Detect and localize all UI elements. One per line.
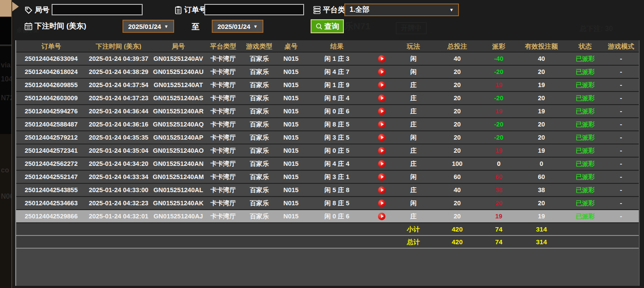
column-header: 下注时间 (美东) [86,43,151,49]
replay-icon[interactable] [378,121,385,128]
cell-order-id: 250124042552147 [16,174,86,180]
subtotal-row-cell: 314 [516,226,567,232]
column-header: 桌号 [278,43,304,49]
cell-bet-time: 2025-01-24 04:36:44 [86,108,151,115]
subtotal-row-cell: 74 [481,226,516,232]
cell-table-no: N015 [278,69,304,75]
side-tab[interactable] [0,0,12,17]
platform-type-select[interactable]: 1.全部 ▼ [344,4,459,16]
cell-result: 闲 4 庄 7 [304,69,370,75]
cell-order-id: 250124042609855 [16,82,86,88]
table-header-row: 订单号下注时间 (美东)局号平台类型游戏类型桌号结果玩法总投注派彩有效投注额状态… [16,40,639,53]
replay-icon[interactable] [378,55,385,63]
table-row[interactable]: 2501240426180242025-01-24 04:38:29GN0152… [16,66,639,79]
cell-round-id: GN015251240AJ [151,213,206,220]
cell-total-bet: 20 [433,148,481,154]
table-row[interactable]: 2501240425622722025-01-24 04:34:20GN0152… [16,158,639,171]
table-row[interactable]: 2501240425438552025-01-24 04:33:00GN0152… [16,184,639,197]
replay-icon[interactable] [378,213,385,220]
table-row[interactable]: 2501240425884872025-01-24 04:36:16GN0152… [16,118,639,131]
cell-play-type: 庄 [394,108,433,115]
cell-total-bet: 20 [433,213,481,220]
replay-icon[interactable] [378,147,385,155]
cell-play-type: 闲 [394,174,433,180]
cell-result: 闲 0 庄 6 [304,213,370,220]
total-row-cell: 总计 [394,239,433,245]
column-header: 派彩 [481,43,516,49]
cell-round-id: GN015251240AT [151,82,206,88]
cell-play-type: 闲 [394,134,433,141]
replay-icon[interactable] [378,160,385,168]
table-row[interactable]: 2501240425521472025-01-24 04:33:34GN0152… [16,171,639,184]
table-row[interactable]: 2501240425723412025-01-24 04:35:04GN0152… [16,144,639,158]
cell-status: 已派彩 [567,56,604,62]
table-row[interactable]: 2501240425346632025-01-24 04:32:23GN0152… [16,197,639,210]
bet-time-label: 下注时间 (美东) [35,21,86,31]
cell-game-mode: - [604,174,638,180]
cell-table-no: N015 [278,82,304,88]
date-to-value: 2025/01/24 [217,23,250,30]
cell-bet-time: 2025-01-24 04:33:00 [86,187,151,193]
cell-payout: 19 [481,213,516,220]
cell-play-type: 庄 [394,213,433,220]
replay-icon[interactable] [378,81,385,89]
replay-icon[interactable] [378,186,385,194]
cell-replay [370,95,394,102]
table-row[interactable]: 2501240426030092025-01-24 04:37:23GN0152… [16,92,639,105]
search-icon [315,23,323,30]
cell-status: 已派彩 [567,161,604,167]
cell-round-id: GN015251240AL [151,187,206,193]
column-header: 状态 [567,43,604,49]
round-number-input[interactable] [52,4,143,15]
replay-icon[interactable] [378,95,385,102]
cell-replay [370,160,394,168]
platform-type-value: 1.全部 [350,5,369,14]
table-row[interactable]: 2501240426330942025-01-24 04:39:37GN0152… [16,53,639,66]
order-number-input[interactable] [204,4,304,15]
chevron-down-icon: ▼ [253,24,258,29]
cell-valid-bet: 0 [516,161,567,167]
cell-status: 已派彩 [567,121,604,128]
date-from-select[interactable]: 2025/01/24 ▼ [122,20,174,33]
table-row[interactable]: 2501240425792122025-01-24 04:35:35GN0152… [16,131,639,144]
cell-result: 闲 8 庄 5 [304,200,370,207]
cell-game-mode: - [604,95,638,102]
cell-status: 已派彩 [567,69,604,75]
round-number-label-group: 局号 [24,5,49,15]
replay-icon[interactable] [378,134,385,141]
bet-history-panel: 百家乐N71 开牌中 总下注: 30 余额不足 局号 订单号 [13,0,644,288]
side-tab-arrow-icon[interactable] [12,2,19,11]
cell-game-type: 百家乐 [241,69,278,75]
cell-status: 已派彩 [567,187,604,193]
replay-icon[interactable] [378,68,385,76]
cell-valid-bet: 20 [516,200,567,207]
cell-game-mode: - [604,148,638,154]
date-to-select[interactable]: 2025/01/24 ▼ [212,20,263,33]
round-number-label: 局号 [35,5,49,15]
chevron-down-icon: ▼ [164,24,168,29]
cell-table-no: N015 [278,200,304,207]
table-row[interactable]: 2501240425298662025-01-24 04:32:01GN0152… [16,210,639,223]
cell-order-id: 250124042534663 [16,200,86,207]
cell-total-bet: 60 [433,174,481,180]
replay-icon[interactable] [378,108,385,115]
cell-status: 已派彩 [567,213,604,220]
table-row[interactable]: 2501240426098552025-01-24 04:37:54GN0152… [16,79,639,92]
cell-replay [370,108,394,115]
cell-result: 闲 1 庄 9 [304,82,370,88]
cell-status: 已派彩 [567,200,604,207]
query-button[interactable]: 查询 [311,19,344,33]
cell-total-bet: 40 [433,56,481,62]
column-header: 总投注 [433,43,481,49]
cell-round-id: GN015251240AR [151,108,206,115]
table-row[interactable]: 2501240425942762025-01-24 04:36:44GN0152… [16,105,639,118]
cell-table-no: N015 [278,56,304,62]
cell-valid-bet: 60 [516,174,567,180]
total-row-cell: 74 [481,239,516,245]
replay-icon[interactable] [378,200,385,207]
cell-game-type: 百家乐 [241,213,278,220]
results-table: 订单号下注时间 (美东)局号平台类型游戏类型桌号结果玩法总投注派彩有效投注额状态… [15,40,640,286]
replay-icon[interactable] [378,173,385,181]
column-header: 玩法 [394,43,433,49]
cell-valid-bet: 20 [516,121,567,128]
